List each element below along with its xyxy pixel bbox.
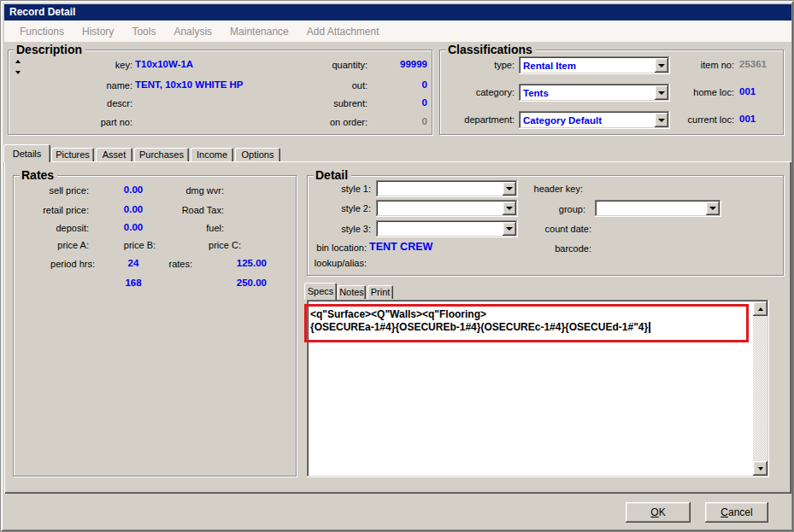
- menu-maintenance[interactable]: Maintenance: [230, 26, 289, 38]
- lookup-label: lookup/alias:: [308, 258, 367, 268]
- specs-line-2-text: {OSECUREa-1#4}{OSECUREb-1#4}(OSECUREc-1#…: [310, 321, 648, 333]
- rate-value-1: 125.00: [207, 258, 267, 268]
- currentloc-label: current loc:: [647, 114, 734, 125]
- key-value: T10x10W-1A: [135, 59, 193, 69]
- title-bar: Record Detail: [4, 4, 791, 20]
- group-combobox[interactable]: [595, 200, 721, 217]
- descr-label: descr:: [26, 98, 132, 108]
- fuel-label: fuel:: [156, 223, 224, 233]
- tab-asset[interactable]: Asset: [96, 148, 132, 161]
- style2-label: style 2:: [308, 203, 371, 213]
- pricea-label: price A:: [14, 240, 89, 250]
- description-legend: Description: [15, 43, 85, 56]
- rates-legend: Rates: [20, 168, 57, 182]
- record-detail-window: Record Detail Functions History Tools An…: [0, 0, 794, 532]
- specs-line-1: <q"Surface><Q"Walls><q"Flooring>: [310, 308, 486, 320]
- roadtax-label: Road Tax:: [156, 205, 224, 215]
- key-label: key:: [26, 60, 132, 70]
- cancel-button[interactable]: Cancel: [705, 502, 768, 523]
- text-caret: [649, 322, 650, 333]
- chevron-down-icon: [506, 207, 513, 210]
- tab-print[interactable]: Print: [368, 285, 393, 299]
- menu-history[interactable]: History: [82, 26, 114, 38]
- scroll-down-button[interactable]: [753, 461, 768, 476]
- window-title: Record Detail: [9, 6, 75, 18]
- record-spinner: [12, 56, 24, 78]
- spinner-up-button[interactable]: [12, 56, 24, 67]
- periodhrs-label: period hrs:: [14, 259, 95, 269]
- category-value: Tents: [523, 84, 549, 102]
- out-value: 0: [378, 79, 427, 90]
- style3-label: style 3:: [308, 224, 371, 234]
- ok-button[interactable]: OK: [626, 502, 691, 523]
- arrow-down-icon: [15, 71, 21, 74]
- sellprice-label: sell price:: [14, 185, 89, 196]
- subrent-value: 0: [378, 97, 427, 108]
- rates-group: Rates sell price: 0.00 dmg wvr: retail p…: [13, 175, 297, 476]
- group-label: group:: [515, 204, 585, 214]
- tab-details[interactable]: Details: [3, 144, 50, 162]
- chevron-down-icon: [506, 227, 513, 231]
- specs-scrollbar[interactable]: [753, 301, 768, 476]
- scroll-up-button[interactable]: [753, 301, 768, 316]
- detail-legend: Detail: [314, 168, 351, 182]
- tab-options[interactable]: Options: [235, 148, 280, 161]
- quantity-label: quantity:: [265, 60, 368, 70]
- pricec-label: price C:: [185, 240, 241, 250]
- sellprice-value: 0.00: [108, 184, 159, 195]
- detail-group: Detail style 1: header key: style 2: gro…: [307, 175, 784, 276]
- specs-line-1-text: <q"Surface><Q"Walls><q"Flooring>: [310, 308, 486, 320]
- menu-functions[interactable]: Functions: [20, 26, 64, 38]
- out-label: out:: [265, 80, 368, 91]
- description-group: Description key: T10x10W-1A name: TENT, …: [8, 50, 432, 135]
- tab-income[interactable]: Income: [191, 148, 233, 161]
- itemno-label: item no:: [647, 60, 734, 70]
- onorder-value: 0: [378, 116, 427, 126]
- rate-value-2: 250.00: [207, 278, 267, 288]
- arrow-up-icon: [15, 60, 21, 63]
- retailprice-value: 0.00: [108, 204, 159, 214]
- tab-specs[interactable]: Specs: [304, 283, 337, 300]
- binloc-value: TENT CREW: [369, 241, 432, 253]
- name-value: TENT, 10x10 WHITE HP: [135, 79, 244, 90]
- style2-combo-arrow-button[interactable]: [503, 202, 516, 215]
- dmgwvr-label: dmg wvr:: [156, 185, 224, 196]
- priceb-label: price B:: [112, 240, 168, 250]
- spinner-down-button[interactable]: [12, 67, 24, 78]
- group-combo-arrow-button[interactable]: [706, 202, 720, 215]
- cancel-rest: ancel: [728, 506, 753, 518]
- menu-tools[interactable]: Tools: [132, 26, 156, 38]
- department-value: Category Default: [523, 111, 602, 129]
- chevron-down-icon: [709, 207, 716, 210]
- menu-analysis[interactable]: Analysis: [174, 26, 212, 38]
- period-value-2: 168: [108, 278, 159, 288]
- menu-bar: Functions History Tools Analysis Mainten…: [4, 20, 791, 42]
- currentloc-value: 001: [739, 114, 756, 124]
- tab-purchases[interactable]: Purchases: [134, 148, 189, 161]
- type-label: type:: [440, 60, 515, 70]
- menu-add-attachment[interactable]: Add Attachment: [307, 26, 379, 38]
- style1-combobox[interactable]: [376, 180, 518, 197]
- arrow-up-icon: [758, 307, 763, 311]
- style3-combo-arrow-button[interactable]: [503, 222, 516, 236]
- itemno-value: 25361: [739, 59, 767, 69]
- category-label: category:: [440, 87, 515, 97]
- cancel-mnemonic: C: [720, 506, 728, 518]
- type-value: Rental Item: [523, 56, 576, 74]
- homeloc-value: 001: [739, 86, 756, 96]
- style3-combobox[interactable]: [376, 220, 518, 237]
- deposit-label: deposit:: [14, 223, 89, 233]
- tab-notes[interactable]: Notes: [338, 285, 366, 299]
- headerkey-label: header key:: [513, 184, 583, 194]
- tab-pictures[interactable]: Pictures: [51, 148, 94, 161]
- classifications-group: Classifications type: Rental Item item n…: [439, 50, 784, 135]
- binloc-label: bin location:: [308, 243, 367, 253]
- deposit-value: 0.00: [108, 222, 159, 232]
- ok-mnemonic: O: [650, 506, 658, 518]
- ok-rest: K: [659, 506, 666, 518]
- subrent-label: subrent:: [265, 98, 368, 108]
- style2-combobox[interactable]: [376, 200, 518, 217]
- barcode-label: barcode:: [521, 243, 591, 254]
- onorder-label: on order:: [265, 117, 368, 127]
- specs-line-2: {OSECUREa-1#4}{OSECUREb-1#4}(OSECUREc-1#…: [310, 321, 650, 333]
